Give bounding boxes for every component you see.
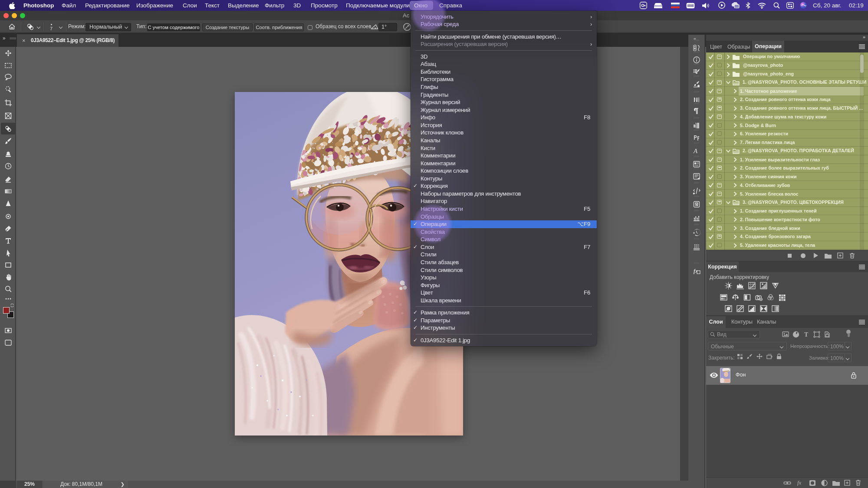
svg-text:T: T: [804, 331, 809, 338]
svg-text:A: A: [693, 147, 698, 154]
